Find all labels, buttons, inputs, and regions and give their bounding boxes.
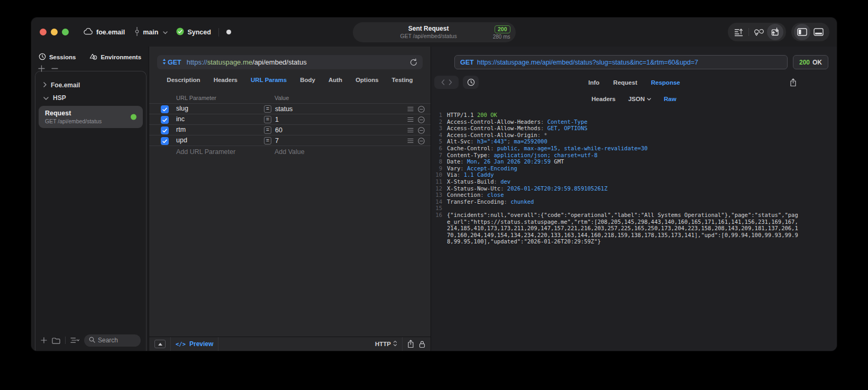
tree-item-foe-email[interactable]: Foe.email [35,79,146,92]
param-name[interactable]: upd [176,137,187,144]
subtab-headers[interactable]: Headers [591,96,615,102]
import-request-icon[interactable] [767,24,783,40]
export-response-icon[interactable] [790,78,797,87]
url-params-table: URL Parameter Value slug=statusinc=1rtm=… [149,93,431,158]
forward-icon[interactable] [449,78,452,87]
param-value-cell[interactable]: =1 [264,115,279,123]
remove-param-icon[interactable] [418,116,425,123]
sync-status[interactable]: Synced [176,28,211,37]
param-value-cell[interactable]: =status [264,105,293,113]
history-clock-icon[interactable] [463,76,479,89]
tab-headers[interactable]: Headers [214,77,237,83]
tab-response[interactable]: Response [651,79,680,86]
param-name[interactable]: inc [176,115,185,123]
status-code-badge: 200 [495,25,510,33]
line-number: 5 [431,138,447,145]
checkbox-checked-icon[interactable] [161,126,169,134]
new-request-icon[interactable] [41,337,47,343]
checkbox-checked-icon[interactable] [161,105,169,113]
tree-item-hsp[interactable]: HSP [35,92,146,104]
response-line: 8Date: Mon, 26 Jan 2026 20:29:59 GMT [431,158,837,165]
expand-panel-button[interactable] [154,340,166,348]
tab-info[interactable]: Info [588,79,599,86]
line-content: Transfer-Encoding: chunked [447,198,837,205]
sync-loop-icon[interactable] [751,24,767,40]
param-value-cell[interactable]: =60 [264,126,282,134]
param-value[interactable]: 60 [275,126,282,134]
sent-request-summary[interactable]: Sent Request GET /api/embed/status 200 2… [353,22,516,42]
line-content: Cache-Control: public, max-age=15, stale… [447,145,837,152]
request-url-bar[interactable]: GET https://statuspage.me/api/embed/stat… [157,55,423,69]
share-icon[interactable] [407,340,414,348]
tab-auth[interactable]: Auth [328,77,342,83]
drag-handle-icon[interactable] [407,106,414,112]
sidebar-search[interactable] [84,334,141,347]
checkbox-checked-icon[interactable] [161,137,169,145]
drag-handle-icon[interactable] [407,117,414,122]
group-by-icon[interactable] [70,337,79,343]
preview-button[interactable]: </> Preview [176,340,213,348]
updown-chevrons-icon [393,340,397,348]
equals-icon: = [264,126,271,134]
drag-handle-icon[interactable] [407,128,414,133]
toolbar-group-layout [791,23,829,41]
export-lines-icon[interactable] [730,24,747,40]
tab-body[interactable]: Body [300,77,315,83]
param-row: slug=status [149,104,431,114]
subtab-raw[interactable]: Raw [664,96,677,102]
subtab-json[interactable]: JSON [628,96,651,102]
branch-selector[interactable]: main [134,27,168,38]
line-number: 7 [431,152,447,159]
line-number: 12 [431,185,447,192]
request-list-item-selected[interactable]: Request GET /api/embed/status [39,106,143,128]
tab-request[interactable]: Request [613,79,637,86]
cloud-icon [84,28,93,37]
sidebar: Sessions Environments Foe.email HSP [31,47,149,351]
remove-param-icon[interactable] [418,127,425,134]
add-value-placeholder[interactable]: Add Value [275,148,305,156]
remove-param-icon[interactable] [418,106,425,113]
remove-param-icon[interactable] [418,138,425,144]
new-folder-icon[interactable] [52,337,60,344]
back-icon[interactable] [441,78,445,87]
tab-testing[interactable]: Testing [392,77,413,83]
drag-handle-icon[interactable] [407,138,414,143]
param-value-cell[interactable]: =7 [264,137,279,144]
method-selector[interactable]: GET [162,59,181,66]
lock-icon[interactable] [419,340,425,348]
toolbar-separator [748,28,749,36]
sent-request-line[interactable]: GET https://statuspage.me/api/embed/stat… [454,55,788,69]
param-value[interactable]: 7 [275,137,279,144]
checkbox-checked-icon[interactable] [161,116,169,124]
tab-environments[interactable]: Environments [89,53,141,61]
response-body[interactable]: 1HTTP/1.1 200 OK2Access-Control-Allow-He… [431,107,837,351]
close-window-button[interactable] [40,29,47,35]
titlebar: foe.email main Synced Sent Request GET /… [31,17,837,47]
add-session-icon[interactable] [38,65,45,74]
sidebar-layout-icon[interactable] [794,24,810,40]
param-name[interactable]: slug [176,105,188,112]
response-line: 5Alt-Svc: h3=":443"; ma=2592000 [431,138,837,145]
request-url[interactable]: https://statuspage.me/api/embed/status [187,58,307,66]
tab-url-params[interactable]: URL Params [251,77,287,83]
resend-request-icon[interactable] [410,58,417,66]
zoom-window-button[interactable] [62,29,69,35]
search-input[interactable] [98,337,136,344]
add-parameter-placeholder[interactable]: Add URL Parameter [176,148,235,156]
line-number: 14 [431,198,447,205]
param-value[interactable]: 1 [275,116,279,123]
response-line: 16{"incidents":null,"overall":{"code":"o… [431,212,837,245]
bottom-panel-icon[interactable] [810,24,827,40]
tab-options[interactable]: Options [355,77,378,83]
param-name[interactable]: rtm [176,126,186,133]
add-param-row[interactable]: Add URL Parameter Add Value [149,146,431,158]
tab-description[interactable]: Description [167,77,200,83]
toolbar-group-request [728,23,786,41]
project-selector[interactable]: foe.email [84,28,125,37]
minimize-window-button[interactable] [51,29,58,35]
protocol-selector[interactable]: HTTP [375,340,397,348]
method-label: GET [168,59,181,66]
param-value[interactable]: status [275,105,293,113]
tab-sessions[interactable]: Sessions [39,53,76,61]
remove-session-icon[interactable] [51,65,58,74]
